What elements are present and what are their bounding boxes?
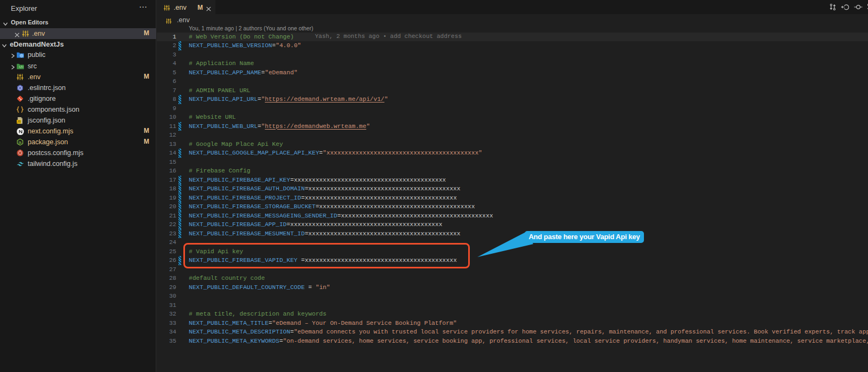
svg-text:JS: JS (17, 120, 21, 123)
svg-text:js: js (18, 140, 22, 145)
